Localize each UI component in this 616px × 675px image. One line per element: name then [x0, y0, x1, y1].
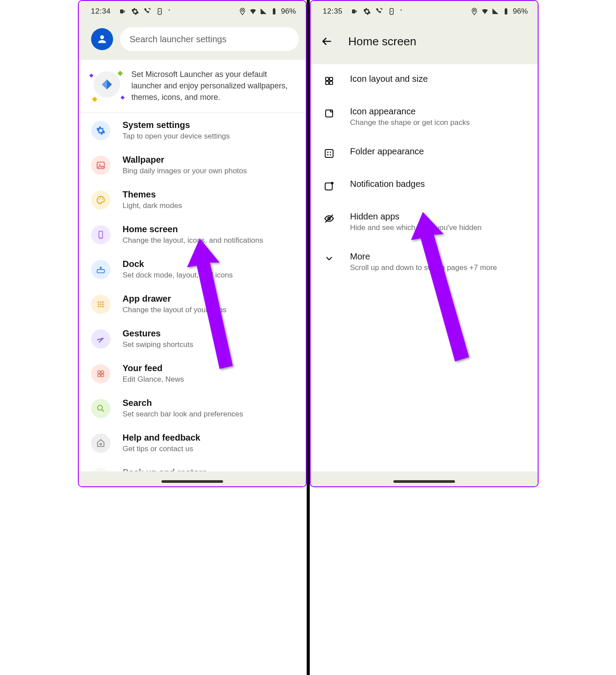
svg-point-10: [102, 199, 103, 200]
svg-rect-25: [98, 374, 100, 377]
svg-rect-41: [325, 150, 333, 157]
appearance-icon: [324, 108, 334, 119]
row-hidden-apps[interactable]: Hidden appsHide and see which ones you'v…: [311, 202, 538, 242]
search-header: Search launcher settings: [79, 22, 306, 60]
device-small-icon: [388, 7, 396, 15]
promo-text: Set Microsoft Launcher as your default l…: [132, 69, 296, 103]
svg-rect-24: [101, 371, 103, 374]
home-indicator[interactable]: [161, 480, 223, 483]
grid-dots-icon: [96, 300, 105, 309]
svg-point-42: [327, 152, 328, 153]
svg-point-45: [330, 154, 331, 156]
page-header: Home screen: [311, 22, 538, 64]
row-gestures[interactable]: GesturesSet swiping shortcuts: [79, 321, 306, 356]
device-small-icon: [156, 7, 164, 15]
screenshot-home-screen-settings: 12:35 · 96% Home screen Icon layout and …: [310, 0, 539, 487]
svg-point-32: [391, 11, 392, 12]
settings-list: System settingsTap to open your device s…: [79, 113, 306, 487]
row-search[interactable]: SearchSet search bar look and preference…: [79, 391, 306, 426]
svg-rect-35: [326, 77, 329, 80]
promo-card[interactable]: ◆ ◆ ◆ ◆ Set Microsoft Launcher as your d…: [79, 60, 306, 113]
badge-icon: [324, 181, 334, 191]
row-themes[interactable]: ThemesLight, dark modes: [79, 182, 306, 217]
svg-rect-38: [330, 81, 333, 84]
row-icon-appearance[interactable]: Icon appearanceChange the shape or get i…: [311, 97, 538, 137]
picture-icon: [96, 161, 106, 170]
svg-point-40: [330, 110, 332, 112]
svg-rect-29: [352, 10, 356, 14]
promo-icon: ◆ ◆ ◆ ◆: [91, 69, 123, 100]
chevron-down-icon: [324, 254, 334, 263]
svg-point-28: [99, 443, 101, 445]
phone-icon: [96, 230, 105, 240]
dock-icon: [96, 265, 106, 274]
battery-icon: [270, 7, 278, 15]
row-home-screen[interactable]: Home screenChange the layout, icons, and…: [79, 217, 306, 252]
svg-rect-30: [356, 11, 356, 13]
svg-point-9: [100, 198, 101, 199]
svg-point-8: [99, 199, 99, 200]
row-more[interactable]: MoreScroll up and down to switch pages +…: [311, 242, 538, 282]
battery-percent: 96%: [281, 7, 296, 16]
svg-rect-1: [124, 11, 125, 13]
svg-rect-5: [274, 8, 275, 9]
svg-point-3: [159, 11, 160, 12]
svg-rect-37: [326, 81, 329, 84]
row-help-feedback[interactable]: Help and feedbackGet tips or contact us: [79, 426, 306, 460]
svg-point-19: [102, 304, 103, 305]
home-indicator[interactable]: [393, 480, 455, 483]
wifi-icon: [481, 7, 489, 15]
svg-point-21: [100, 306, 101, 307]
svg-point-20: [98, 306, 99, 307]
svg-rect-36: [330, 77, 333, 80]
call-small-icon: [143, 7, 151, 15]
feed-icon: [96, 369, 105, 378]
row-folder-appearance[interactable]: Folder appearance: [311, 137, 538, 169]
svg-rect-34: [506, 8, 507, 9]
gear-icon: [96, 126, 106, 135]
palette-icon: [96, 195, 106, 205]
screenshot-launcher-settings: 12:34 · 96% Search launcher settings ◆ ◆: [78, 0, 307, 487]
nav-bar-area: [79, 471, 306, 486]
battery-indicator-icon: [119, 7, 127, 15]
svg-point-27: [97, 405, 102, 410]
row-wallpaper[interactable]: WallpaperBing daily images or your own p…: [79, 148, 306, 182]
svg-rect-46: [325, 183, 332, 190]
gesture-icon: [96, 334, 106, 344]
svg-rect-4: [273, 9, 275, 15]
search-placeholder: Search launcher settings: [130, 34, 227, 44]
row-icon-layout[interactable]: Icon layout and size: [311, 64, 538, 97]
svg-point-44: [327, 154, 328, 156]
search-input[interactable]: Search launcher settings: [120, 27, 299, 51]
location-icon: [470, 7, 478, 15]
status-bar: 12:34 · 96%: [79, 1, 306, 22]
call-small-icon: [375, 7, 383, 15]
svg-rect-0: [120, 10, 124, 14]
svg-point-7: [99, 164, 100, 165]
svg-rect-13: [97, 270, 104, 273]
svg-point-16: [102, 302, 103, 303]
battery-icon: [502, 7, 510, 15]
row-your-feed[interactable]: Your feedEdit Glance, News: [79, 356, 306, 391]
back-button[interactable]: [316, 31, 337, 52]
row-dock[interactable]: DockSet dock mode, layout, and icons: [79, 252, 306, 287]
profile-avatar[interactable]: [91, 28, 113, 50]
arrow-left-icon: [320, 35, 333, 47]
row-app-drawer[interactable]: App drawerChange the layout of your apps: [79, 287, 306, 321]
signal-icon: [260, 7, 268, 15]
svg-rect-23: [98, 371, 100, 374]
row-notification-badges[interactable]: Notification badges: [311, 169, 538, 202]
home-screen-list: Icon layout and size Icon appearanceChan…: [311, 64, 538, 282]
svg-point-22: [102, 306, 103, 307]
svg-point-43: [330, 152, 331, 153]
status-bar: 12:35 · 96%: [311, 1, 538, 22]
svg-rect-33: [505, 9, 507, 15]
location-icon: [238, 7, 246, 15]
svg-point-14: [98, 302, 99, 303]
help-icon: [96, 438, 106, 448]
svg-point-15: [100, 302, 101, 303]
settings-small-icon: [363, 7, 371, 15]
row-system-settings[interactable]: System settingsTap to open your device s…: [79, 113, 306, 148]
wifi-icon: [249, 7, 257, 15]
svg-rect-26: [101, 374, 103, 377]
